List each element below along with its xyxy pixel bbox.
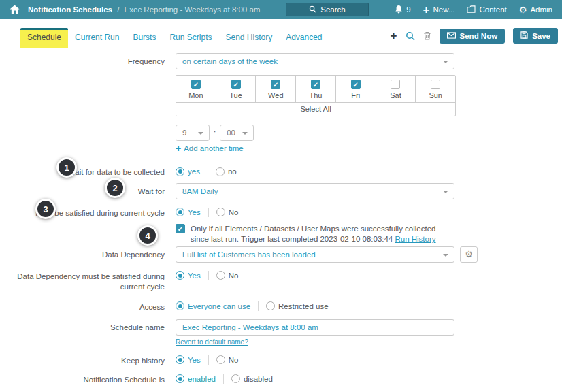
option-divider [208,208,209,217]
option-divider [223,374,224,384]
notifications-button[interactable]: 9 [395,5,410,15]
tab-actions: + Send Now Save [391,28,562,48]
content-button[interactable]: Content [467,5,506,14]
access-everyone-radio[interactable]: Everyone can use [176,301,250,310]
data-dependency-controls: Full list of Customers has been loaded ⚙ [176,246,478,263]
revert-name-link[interactable]: Revert to default name? [176,338,248,346]
keep-history-yes-radio[interactable]: Yes [176,355,201,364]
day-sun-label: Sun [429,91,442,99]
tab-bursts[interactable]: Bursts [126,29,163,48]
add-another-time-link[interactable]: + Add another time [176,144,254,153]
frequency-label: Frequency [0,53,170,67]
radio-icon [176,301,184,310]
enabled-row: Notification Schedule is enabled disable… [0,372,562,385]
panel-edge [12,20,12,48]
dd-must-satisfy-no-radio[interactable]: No [216,271,239,280]
day-mon-checkbox[interactable] [191,80,201,89]
radio-icon [176,167,184,176]
minute-value: 00 [227,129,235,137]
run-history-link[interactable]: Run History [395,235,435,243]
tab-current-run[interactable]: Current Run [68,29,126,48]
day-sat-checkbox[interactable] [391,80,400,89]
radio-icon [176,374,184,383]
radio-icon [216,271,225,280]
breadcrumb-page: Exec Reporting - Weekdays at 8:00 am [125,5,261,14]
dd-must-satisfy-yes-label: Yes [188,272,201,280]
day-thu-checkbox[interactable] [311,80,320,89]
home-icon[interactable] [10,5,20,14]
must-satisfy-no-label: No [229,208,239,216]
wait-data-yes-radio[interactable]: yes [176,167,200,176]
radio-icon [176,271,184,280]
day-fri-label: Fri [351,91,360,99]
wait-data-no-radio[interactable]: no [216,167,237,176]
chevron-down-icon [242,132,248,135]
day-wed-label: Wed [268,91,283,99]
day-fri-checkbox[interactable] [351,80,361,89]
annotation-badge-3: 3 [35,199,56,219]
must-satisfy-yes-radio[interactable]: Yes [176,208,201,216]
day-mon[interactable]: Mon [176,76,216,102]
chevron-down-icon [443,191,448,193]
access-restricted-radio[interactable]: Restricted use [266,301,329,310]
day-fri[interactable]: Fri [336,76,376,102]
wait-for-select[interactable]: 8AM Daily [176,183,454,199]
day-sat[interactable]: Sat [376,76,416,102]
day-tue-checkbox[interactable] [231,80,241,89]
only-if-text: Only if all Elements / Datasets / User M… [191,224,436,245]
save-button[interactable]: Save [513,28,558,44]
wait-data-label: Wait for data to be collected [0,164,170,178]
tab-send-history[interactable]: Send History [218,29,279,48]
tab-advanced[interactable]: Advanced [279,29,329,48]
notifications-count: 9 [406,5,410,14]
must-satisfy-yes-label: Yes [188,208,201,216]
data-dependency-settings-button[interactable]: ⚙ [460,246,478,263]
save-label: Save [532,32,550,40]
schedule-name-controls: Revert to default name? [176,319,454,346]
schedule-name-label: Schedule name [0,319,170,333]
schedule-name-input[interactable] [176,319,454,336]
search-button[interactable]: Search [286,3,369,16]
send-now-button[interactable]: Send Now [440,29,506,44]
data-dependency-select[interactable]: Full list of Customers has been loaded [176,246,454,263]
hour-select[interactable]: 9 [176,125,210,141]
wait-data-row: Wait for data to be collected yes no [0,164,562,178]
wait-for-value: 8AM Daily [182,187,218,195]
access-options: Everyone can use Restricted use [176,299,329,311]
time-row: 9 : 00 + Add another time [0,125,562,153]
only-if-checkbox[interactable] [176,224,185,233]
day-wed-checkbox[interactable] [271,80,280,89]
dd-must-satisfy-yes-radio[interactable]: Yes [176,271,201,280]
wait-for-label: Wait for [0,183,170,197]
minute-select[interactable]: 00 [220,125,254,141]
must-satisfy-no-radio[interactable]: No [216,208,239,216]
disabled-radio[interactable]: disabled [231,374,273,383]
day-thu-label: Thu [310,91,323,99]
enabled-radio[interactable]: enabled [176,374,216,383]
search-label: Search [320,5,345,14]
frequency-select[interactable]: on certain days of the week [176,53,454,69]
select-all-button[interactable]: Select All [176,102,455,116]
tab-run-scripts[interactable]: Run Scripts [163,29,218,48]
delete-icon[interactable] [423,31,431,40]
add-icon[interactable]: + [391,30,397,42]
day-wed[interactable]: Wed [256,76,296,102]
tab-schedule[interactable]: Schedule [20,28,68,48]
radio-icon [231,374,240,383]
new-button[interactable]: + New... [423,4,455,16]
bell-icon [395,5,403,15]
admin-button[interactable]: ⚙ Admin [519,5,552,14]
access-restricted-label: Restricted use [278,302,329,310]
breadcrumb-section[interactable]: Notification Schedules [28,5,112,14]
keep-history-no-radio[interactable]: No [216,355,239,364]
day-sun[interactable]: Sun [416,76,455,102]
data-dependency-row: Data Dependency Full list of Customers h… [0,246,562,263]
plus-icon: + [176,144,181,153]
day-thu[interactable]: Thu [296,76,336,102]
content-label: Content [479,5,506,14]
frequency-value: on certain days of the week [182,57,278,65]
day-sun-checkbox[interactable] [431,80,440,89]
frequency-row: Frequency on certain days of the week [0,53,562,69]
search-schedules-icon[interactable] [406,31,415,41]
day-tue[interactable]: Tue [216,76,257,102]
